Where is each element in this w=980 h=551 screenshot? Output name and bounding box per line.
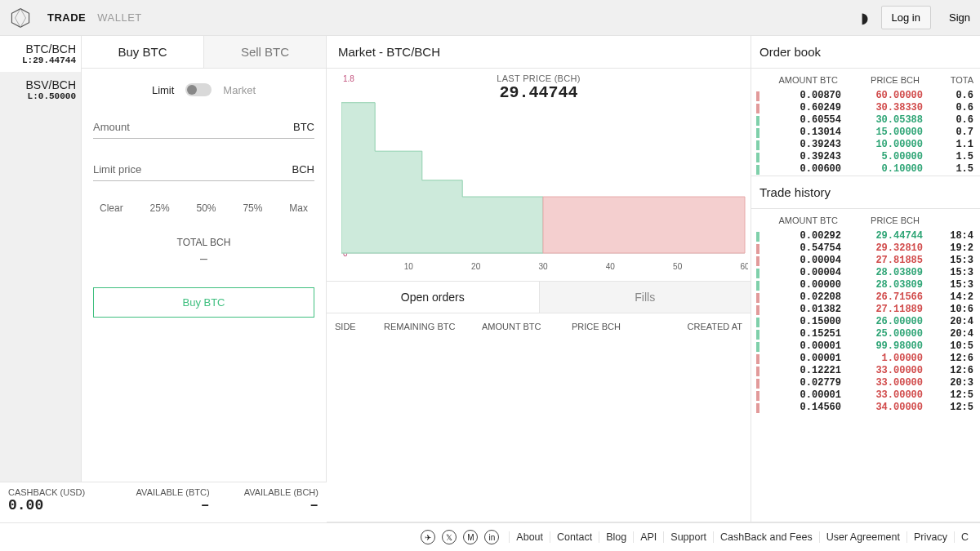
cell-price: 26.00000	[841, 316, 923, 328]
table-row[interactable]: 0.6055430.053880.6	[756, 114, 975, 127]
cell-price: 29.32810	[841, 242, 923, 255]
center-panel: Market - BTC/BCH LAST PRICE (BCH) 29.447…	[327, 36, 751, 522]
pair-sidebar: BTC/BCH L:29.44744 BSV/BCH L:0.50000	[0, 36, 82, 522]
footer-link[interactable]: Blog	[599, 531, 633, 543]
theme-toggle-icon[interactable]: ◗	[856, 9, 873, 27]
footer-link[interactable]: C	[954, 531, 975, 543]
cell-extra: 12:5	[923, 389, 975, 402]
footer-link[interactable]: Support	[663, 531, 713, 543]
login-button[interactable]: Log in	[881, 6, 931, 29]
cell-extra: 19:2	[923, 242, 975, 255]
cell-extra: 10:5	[923, 340, 975, 353]
svg-text:60: 60	[740, 262, 748, 271]
table-row[interactable]: 0.1456034.0000012:5	[756, 402, 975, 414]
side-tick-icon	[756, 165, 760, 175]
col-price: PRICE BCH	[572, 322, 653, 331]
topbar: TRADE WALLET ◗ Log in Sign	[0, 0, 980, 36]
side-tick-icon	[756, 244, 760, 254]
table-row[interactable]: 0.0138227.1188910:6	[756, 304, 975, 316]
side-tick-icon	[756, 232, 760, 242]
side-tick-icon	[756, 391, 760, 401]
amount-unit: BTC	[293, 121, 314, 133]
pct-50[interactable]: 50%	[196, 202, 216, 214]
table-row[interactable]: 0.0000133.0000012:5	[756, 389, 975, 402]
footer-link[interactable]: CashBack and Fees	[713, 531, 819, 543]
price-field[interactable]: Limit price BCH	[93, 160, 314, 181]
order-panel: Buy BTC Sell BTC Limit Market Amount BTC…	[82, 36, 327, 522]
side-tick-icon	[756, 403, 760, 413]
cashback-value: 0.00	[8, 497, 100, 513]
footer: ✈ 𝕏 M in AboutContactBlogAPISupportCashB…	[0, 522, 980, 551]
table-row[interactable]: 0.1301415.000000.7	[756, 127, 975, 139]
cell-price: 27.81885	[841, 255, 923, 267]
footer-link[interactable]: User Agreement	[819, 531, 906, 543]
table-row[interactable]: 0.1525125.0000020:4	[756, 328, 975, 340]
table-row[interactable]: 0.0220826.7156614:2	[756, 291, 975, 304]
table-row[interactable]: 0.0000427.8188515:3	[756, 255, 975, 267]
pct-clear[interactable]: Clear	[100, 202, 123, 214]
cell-extra: 20:4	[923, 316, 975, 328]
cell-extra: 12:5	[923, 402, 975, 414]
cell-price: 27.11889	[841, 304, 923, 316]
cell-price: 33.00000	[841, 365, 923, 377]
side-tick-icon	[756, 91, 760, 101]
price-label: Limit price	[93, 163, 141, 176]
pct-25[interactable]: 25%	[150, 202, 170, 214]
amount-field[interactable]: Amount BTC	[93, 118, 314, 139]
market-title: Market - BTC/BCH	[327, 36, 751, 69]
pct-max[interactable]: Max	[289, 202, 308, 214]
table-row[interactable]: 0.0000428.0380915:3	[756, 267, 975, 279]
table-row[interactable]: 0.1500026.0000020:4	[756, 316, 975, 328]
side-tick-icon	[756, 379, 760, 389]
footer-link[interactable]: About	[509, 531, 550, 543]
fills-tab[interactable]: Fills	[539, 282, 751, 313]
table-row[interactable]: 0.5475429.3281019:2	[756, 242, 975, 255]
table-row[interactable]: 0.006000.100001.5	[756, 163, 975, 176]
footer-link[interactable]: API	[633, 531, 663, 543]
table-row[interactable]: 0.0029229.4474418:4	[756, 230, 975, 242]
table-row[interactable]: 0.0000199.9800010:5	[756, 340, 975, 353]
footer-link[interactable]: Contact	[550, 531, 599, 543]
cell-price: 26.71566	[841, 291, 923, 304]
medium-icon[interactable]: M	[463, 530, 478, 544]
table-row[interactable]: 0.0277933.0000020:3	[756, 377, 975, 389]
table-row[interactable]: 0.6024930.383300.6	[756, 102, 975, 114]
cell-amount: 0.12221	[763, 365, 841, 377]
side-tick-icon	[756, 140, 760, 150]
table-row[interactable]: 0.392435.000001.5	[756, 151, 975, 163]
buy-tab[interactable]: Buy BTC	[82, 36, 203, 68]
table-row[interactable]: 0.3924310.000001.1	[756, 139, 975, 151]
table-row[interactable]: 0.000011.0000012:6	[756, 353, 975, 365]
cell-amount: 0.00001	[763, 340, 841, 353]
history-rows: 0.0029229.4474418:40.5475429.3281019:20.…	[751, 230, 980, 414]
svg-text:1.8: 1.8	[343, 74, 354, 83]
twitter-icon[interactable]: 𝕏	[442, 530, 457, 544]
signup-button[interactable]: Sign	[939, 7, 970, 29]
limit-market-toggle[interactable]	[185, 83, 212, 96]
cell-amount: 0.00004	[763, 255, 841, 267]
depth-chart[interactable]: LAST PRICE (BCH) 29.44744 00.61.21.81020…	[327, 69, 751, 281]
table-row[interactable]: 0.0000028.0380915:3	[756, 279, 975, 291]
telegram-icon[interactable]: ✈	[421, 530, 435, 544]
cell-price: 33.00000	[841, 377, 923, 389]
right-panel: Order book AMOUNT BTC PRICE BCH TOTA 0.0…	[751, 36, 980, 522]
table-row[interactable]: 0.0087060.000000.6	[756, 90, 975, 102]
side-tick-icon	[756, 305, 760, 315]
side-tick-icon	[756, 128, 760, 138]
nav-wallet[interactable]: WALLET	[97, 11, 142, 24]
footer-link[interactable]: Privacy	[906, 531, 954, 543]
cell-extra: 15:3	[923, 279, 975, 291]
table-row[interactable]: 0.1222133.0000012:6	[756, 365, 975, 377]
logo-icon[interactable]	[10, 7, 31, 29]
sell-tab[interactable]: Sell BTC	[203, 36, 326, 68]
pair-item[interactable]: BSV/BCH L:0.50000	[0, 72, 81, 108]
cell-price: 10.00000	[841, 139, 923, 151]
nav-trade[interactable]: TRADE	[47, 11, 86, 24]
pair-item[interactable]: BTC/BCH L:29.44744	[0, 36, 81, 72]
open-orders-tab[interactable]: Open orders	[327, 282, 539, 313]
submit-buy-button[interactable]: Buy BTC	[93, 287, 314, 318]
pct-75[interactable]: 75%	[243, 202, 262, 214]
linkedin-icon[interactable]: in	[484, 530, 499, 544]
total-label: TOTAL BCH	[93, 237, 314, 248]
cell-amount: 0.00004	[763, 267, 841, 279]
